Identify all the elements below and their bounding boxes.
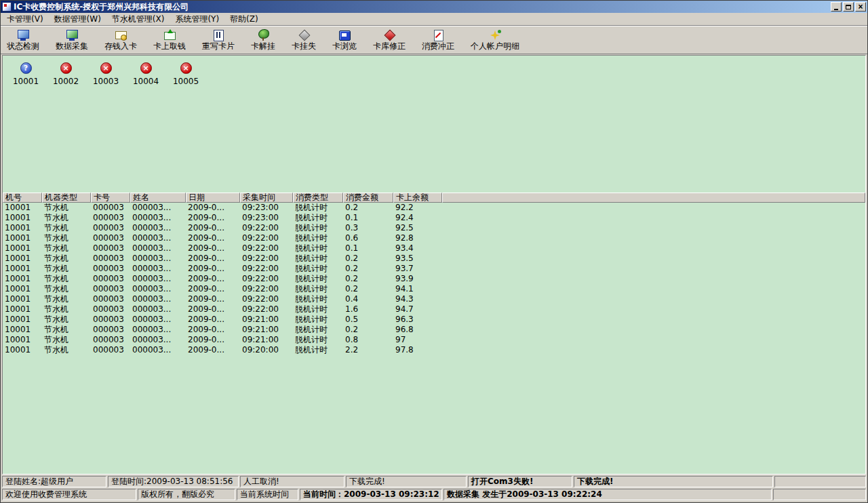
table-cell: 000003 bbox=[91, 223, 130, 233]
column-header-card-no[interactable]: 卡号 bbox=[91, 193, 130, 203]
toolbar-button-withdraw[interactable]: 卡上取钱 bbox=[151, 27, 188, 53]
titlebar: IC卡收费控制系统-授权于郑州兴邦科技有限公司 × bbox=[1, 1, 867, 13]
toolbar-button-card-report-loss[interactable]: 卡挂失 bbox=[290, 27, 318, 53]
column-header-machine-type[interactable]: 机器类型 bbox=[42, 193, 91, 203]
table-cell: 000003... bbox=[130, 284, 186, 294]
table-cell: 09:23:00 bbox=[240, 203, 293, 213]
app-window: IC卡收费控制系统-授权于郑州兴邦科技有限公司 × 卡管理(V) 数据管理(W)… bbox=[0, 0, 868, 503]
toolbar-button-status-check[interactable]: 状态检测 bbox=[5, 27, 41, 53]
table-cell: 09:22:00 bbox=[240, 304, 293, 315]
table-cell: 000003... bbox=[130, 213, 186, 223]
table-cell: 脱机计时 bbox=[293, 223, 343, 233]
table-row[interactable]: 10001节水机000003000003...2009-0...09:22:00… bbox=[3, 233, 865, 243]
toolbar-label: 重写卡片 bbox=[202, 42, 235, 51]
table-cell: 000003... bbox=[130, 345, 186, 355]
column-header-date[interactable]: 日期 bbox=[186, 193, 240, 203]
column-header-name[interactable]: 姓名 bbox=[130, 193, 186, 203]
table-cell: 2009-0... bbox=[186, 213, 240, 223]
card-report-loss-icon bbox=[296, 29, 311, 41]
status-com3-failed: 打开Com3失败! bbox=[468, 476, 572, 487]
table-row[interactable]: 10001节水机000003000003...2009-0...09:20:00… bbox=[3, 345, 865, 355]
table-row[interactable]: 10001节水机000003000003...2009-0...09:22:00… bbox=[3, 294, 865, 304]
table-row[interactable]: 10001节水机000003000003...2009-0...09:22:00… bbox=[3, 274, 865, 284]
toolbar-button-deposit[interactable]: 存钱入卡 bbox=[102, 27, 139, 53]
question-status-icon: ? bbox=[20, 62, 32, 74]
table-row[interactable]: 10001节水机000003000003...2009-0...09:23:00… bbox=[3, 213, 865, 223]
device-item-10005[interactable]: × 10005 bbox=[169, 62, 203, 86]
card-unfreeze-icon bbox=[256, 29, 271, 41]
table-cell: 2009-0... bbox=[186, 223, 240, 233]
column-header-card-balance[interactable]: 卡上余额 bbox=[393, 193, 442, 203]
status-empty-2 bbox=[773, 489, 866, 500]
table-cell: 10001 bbox=[3, 274, 42, 284]
table-cell: 脱机计时 bbox=[293, 294, 343, 304]
toolbar-button-card-browse[interactable]: 卡浏览 bbox=[330, 27, 359, 53]
column-header-consume-type[interactable]: 消费类型 bbox=[293, 193, 343, 203]
status-check-icon bbox=[16, 29, 31, 41]
toolbar-button-personal-account-detail[interactable]: 个人帐户明细 bbox=[469, 27, 521, 53]
table-cell-filler bbox=[442, 243, 865, 254]
table-row[interactable]: 10001节水机000003000003...2009-0...09:21:00… bbox=[3, 335, 865, 345]
table-cell: 000003... bbox=[130, 294, 186, 304]
status-current-time: 当前时间：2009-03-13 09:23:12 bbox=[300, 489, 442, 500]
table-row[interactable]: 10001节水机000003000003...2009-0...09:23:00… bbox=[3, 203, 865, 213]
table-cell-filler bbox=[442, 264, 865, 274]
table-cell: 000003 bbox=[91, 315, 130, 325]
table-cell: 000003 bbox=[91, 325, 130, 335]
minimize-button[interactable] bbox=[831, 2, 842, 12]
table-cell: 000003... bbox=[130, 243, 186, 254]
table-cell: 000003... bbox=[130, 264, 186, 274]
table-cell: 脱机计时 bbox=[293, 233, 343, 243]
table-cell: 92.4 bbox=[393, 213, 442, 223]
table-row[interactable]: 10001节水机000003000003...2009-0...09:22:00… bbox=[3, 223, 865, 233]
table-cell: 2009-0... bbox=[186, 304, 240, 315]
device-item-10002[interactable]: × 10002 bbox=[49, 62, 83, 86]
menu-data-management[interactable]: 数据管理(W) bbox=[49, 12, 106, 26]
table-cell: 0.2 bbox=[343, 254, 393, 264]
toolbar-button-card-db-fix[interactable]: 卡库修正 bbox=[371, 27, 408, 53]
toolbar-button-data-collect[interactable]: 数据采集 bbox=[54, 27, 90, 53]
table-cell: 1.6 bbox=[343, 304, 393, 315]
table-row[interactable]: 10001节水机000003000003...2009-0...09:21:00… bbox=[3, 325, 865, 335]
withdraw-from-card-icon bbox=[162, 29, 177, 41]
toolbar-button-consumption-reversal[interactable]: 消费冲正 bbox=[420, 27, 456, 53]
menu-water-machine-management[interactable]: 节水机管理(X) bbox=[106, 12, 170, 26]
toolbar: 状态检测 数据采集 存钱入卡 卡上取钱 重写卡片 卡解挂 卡挂失 卡浏览 bbox=[1, 26, 867, 54]
toolbar-button-rewrite-card[interactable]: 重写卡片 bbox=[200, 27, 237, 53]
table-row[interactable]: 10001节水机000003000003...2009-0...09:22:00… bbox=[3, 264, 865, 274]
table-cell: 节水机 bbox=[42, 223, 91, 233]
column-header-machine[interactable]: 机号 bbox=[3, 193, 42, 203]
table-cell-filler bbox=[442, 203, 865, 213]
table-cell: 2009-0... bbox=[186, 274, 240, 284]
toolbar-button-card-unfreeze[interactable]: 卡解挂 bbox=[249, 27, 277, 53]
window-controls: × bbox=[831, 2, 866, 12]
table-row[interactable]: 10001节水机000003000003...2009-0...09:22:00… bbox=[3, 284, 865, 294]
table-cell: 节水机 bbox=[42, 345, 91, 355]
app-icon bbox=[2, 2, 12, 12]
table-row[interactable]: 10001节水机000003000003...2009-0...09:22:00… bbox=[3, 304, 865, 315]
device-item-10003[interactable]: × 10003 bbox=[89, 62, 123, 86]
table-row[interactable]: 10001节水机000003000003...2009-0...09:22:00… bbox=[3, 243, 865, 254]
table-cell: 2.2 bbox=[343, 345, 393, 355]
table-row[interactable]: 10001节水机000003000003...2009-0...09:21:00… bbox=[3, 315, 865, 325]
error-status-icon: × bbox=[60, 62, 72, 74]
device-item-10001[interactable]: ? 10001 bbox=[9, 62, 43, 86]
menu-help[interactable]: 帮助(Z) bbox=[224, 12, 264, 26]
close-button[interactable]: × bbox=[855, 2, 866, 12]
table-cell: 96.8 bbox=[393, 325, 442, 335]
column-header-consume-amount[interactable]: 消费金额 bbox=[343, 193, 393, 203]
table-cell: 2009-0... bbox=[186, 264, 240, 274]
column-header-collect-time[interactable]: 采集时间 bbox=[240, 193, 293, 203]
table-cell: 节水机 bbox=[42, 233, 91, 243]
maximize-button[interactable] bbox=[843, 2, 854, 12]
table-row[interactable]: 10001节水机000003000003...2009-0...09:22:00… bbox=[3, 254, 865, 264]
table-cell: 09:22:00 bbox=[240, 254, 293, 264]
consumption-reversal-icon bbox=[431, 29, 446, 41]
table-cell: 000003 bbox=[91, 203, 130, 213]
table-cell: 000003 bbox=[91, 233, 130, 243]
menu-system-management[interactable]: 系统管理(Y) bbox=[170, 12, 224, 26]
personal-account-detail-icon bbox=[488, 29, 502, 41]
menu-card-management[interactable]: 卡管理(V) bbox=[1, 12, 49, 26]
device-item-10004[interactable]: × 10004 bbox=[129, 62, 163, 86]
table-cell: 97.8 bbox=[393, 345, 442, 355]
